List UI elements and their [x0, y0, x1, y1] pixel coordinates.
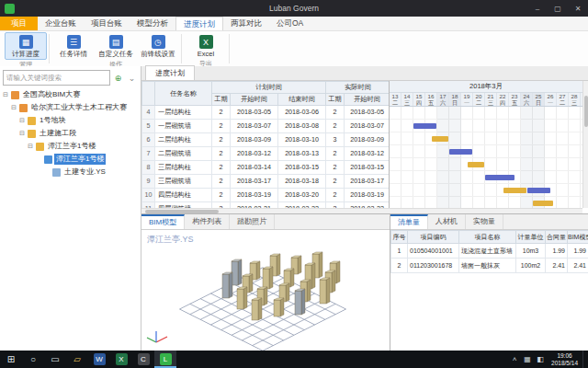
- tree-expander-icon[interactable]: ⊟: [2, 91, 9, 98]
- viewer-tab-1[interactable]: 构件列表: [185, 214, 230, 229]
- tree-item-label: 土建施工段: [38, 128, 78, 139]
- schedule-cell: 2018-03-08: [278, 120, 326, 133]
- bim-3d-viewport[interactable]: 潭江兰亭.YS: [141, 230, 390, 351]
- col-actual-time: 实际时间: [326, 82, 390, 94]
- gantt-bar-yellow[interactable]: [533, 201, 553, 206]
- ribbon-tab-5[interactable]: 两算对比: [223, 17, 269, 30]
- schedule-row-2[interactable]: 6二层结构柱22018-03-092018-03-1032018-03-09: [142, 133, 390, 147]
- col-task-name: 任务名称: [155, 82, 212, 106]
- quantities-row-0[interactable]: 1010504001001现浇混凝土直形墙10m31.991.99: [391, 244, 588, 259]
- file-explorer-icon[interactable]: ▱: [66, 351, 88, 368]
- filter-icon[interactable]: ⊕: [112, 72, 124, 84]
- tree-item-3[interactable]: ⊟土建施工段: [0, 127, 141, 140]
- ribbon-tab-0[interactable]: 项目: [0, 17, 38, 30]
- titlebar: Luban Govern – ▢ ✕: [0, 0, 588, 17]
- gantt-bar-blue[interactable]: [485, 175, 514, 180]
- quantities-tab-2[interactable]: 实物量: [466, 214, 503, 229]
- col-planned-duration: 工期: [212, 94, 231, 106]
- start-button[interactable]: ⊞: [0, 351, 22, 368]
- quantities-cell: 2.41: [546, 259, 568, 273]
- schedule-row-4[interactable]: 8三层结构柱22018-03-142018-03-1522018-03-15: [142, 161, 390, 175]
- gantt-weekend-shade: [437, 107, 449, 208]
- tree-expander-icon[interactable]: ⊟: [18, 117, 26, 124]
- schedule-row-3[interactable]: 7二层砌筑墙22018-03-122018-03-1322018-03-12: [142, 147, 390, 161]
- schedule-row-0[interactable]: 4一层结构柱22018-03-052018-03-0622018-03-05: [142, 106, 390, 120]
- maximize-button[interactable]: ▢: [548, 0, 568, 17]
- schedule-cell: 2: [212, 147, 231, 161]
- gantt-day-27: 27二: [557, 93, 569, 106]
- gantt-bar-yellow[interactable]: [432, 136, 449, 142]
- gantt-day-19: 19一: [461, 93, 473, 106]
- quantities-cell: 2.41: [568, 259, 588, 273]
- tree-item-1[interactable]: ⊟哈尔滨工业大学土木工程大赛: [0, 101, 141, 114]
- viewer-tab-0[interactable]: BIM模型: [141, 214, 185, 229]
- tree-item-0[interactable]: ⊟全国高校BIM大赛: [0, 88, 141, 101]
- ribbon-button-label: Excel: [198, 50, 214, 58]
- schedule-row-6[interactable]: 10四层结构柱22018-03-192018-03-2022018-03-19: [142, 189, 390, 202]
- quantities-cell: 现浇混凝土直形墙: [459, 244, 516, 259]
- search-input[interactable]: 请输入关键词搜索: [3, 70, 110, 86]
- schedule-cell: 2018-03-09: [231, 133, 278, 147]
- minimize-button[interactable]: –: [527, 0, 548, 17]
- word-app-icon[interactable]: W: [88, 351, 110, 368]
- quantities-cell: 10m3: [516, 244, 546, 259]
- ribbon-button-frontline[interactable]: ◷前锋线设置: [137, 32, 179, 60]
- schedule-row-5[interactable]: 9三层砌筑墙22018-03-172018-03-1822018-03-17: [142, 175, 390, 189]
- ribbon-tab-2[interactable]: 项目台账: [84, 17, 130, 30]
- bim-3d-canvas[interactable]: [141, 230, 390, 351]
- taskbar-clock[interactable]: 19:06 2018/5/14: [547, 352, 582, 367]
- quantities-panel: 清单量人材机实物量 序号项目编码项目名称计量单位合同量BIM模型量 101050…: [390, 213, 588, 351]
- task-view-button[interactable]: ▭: [44, 351, 66, 368]
- tree-expander-icon[interactable]: ⊟: [27, 143, 34, 150]
- cad-app-icon[interactable]: C: [132, 351, 154, 368]
- search-button[interactable]: ○: [22, 351, 44, 368]
- gantt-day-26: 26一: [545, 93, 557, 106]
- project-tree: ⊟全国高校BIM大赛⊟哈尔滨工业大学土木工程大赛⊟1号地块⊟土建施工段⊟潭江兰亭…: [0, 88, 141, 178]
- gantt-bar-yellow[interactable]: [468, 162, 485, 167]
- quantities-col-3: 计量单位: [516, 231, 546, 244]
- document-tab-schedule[interactable]: 进度计划: [145, 65, 195, 80]
- ribbon-tab-6[interactable]: 公司OA: [269, 17, 311, 30]
- quantities-tab-1[interactable]: 人材机: [428, 214, 466, 229]
- excel-app-icon[interactable]: X: [110, 351, 132, 368]
- quantities-row-1[interactable]: 2011203001678墙面一般抹灰100m22.412.41: [391, 259, 588, 273]
- vertical-scroll-thumb[interactable]: [584, 96, 588, 127]
- close-button[interactable]: ✕: [568, 0, 588, 17]
- tree-expander-icon[interactable]: ⊟: [10, 104, 17, 111]
- volume-icon[interactable]: ◧: [534, 355, 547, 363]
- tree-item-2[interactable]: ⊟1号地块: [0, 114, 141, 127]
- ribbon-button-excel[interactable]: XExcel: [185, 32, 227, 59]
- ribbon-tab-4[interactable]: 进度计划: [175, 17, 223, 30]
- schedule-cell: 8: [142, 161, 155, 175]
- gantt-bar-blue[interactable]: [527, 188, 550, 193]
- ribbon-button-task-detail[interactable]: ☰任务详情: [52, 32, 95, 60]
- collapse-tree-icon[interactable]: ⌄: [126, 72, 138, 84]
- luban-app-icon[interactable]: L: [154, 351, 176, 368]
- ribbon-button-calc-progress[interactable]: ▦计算进度: [5, 32, 47, 60]
- viewer-tab-2[interactable]: 踏勘照片: [230, 214, 275, 229]
- model-watermark: 潭江兰亭.YS: [147, 234, 194, 246]
- action-center-button[interactable]: [582, 351, 588, 368]
- tree-item-4[interactable]: ⊟潭江兰亭1号楼: [0, 140, 141, 153]
- ribbon-tab-3[interactable]: 模型分析: [130, 17, 175, 30]
- hidden-icons-chevron[interactable]: ˄: [508, 355, 521, 363]
- tree-expander-icon[interactable]: ⊟: [18, 130, 26, 137]
- schedule-cell: 2018-03-10: [278, 133, 326, 147]
- tree-item-5[interactable]: 潭江兰亭1号楼: [0, 153, 141, 166]
- gantt-bar-blue[interactable]: [413, 123, 436, 129]
- schedule-cell: 2018-03-15: [345, 161, 390, 175]
- network-icon[interactable]: ▦: [521, 355, 534, 363]
- schedule-cell: 4: [142, 106, 155, 120]
- gantt-chart[interactable]: 2018年3月 13二14三15四16五17六18日19一20二21三22四23…: [390, 81, 582, 208]
- ribbon-tab-1[interactable]: 企业台账: [38, 17, 84, 30]
- quantities-tab-0[interactable]: 清单量: [390, 214, 428, 229]
- schedule-row-1[interactable]: 5一层砌筑墙22018-03-072018-03-0822018-03-07: [142, 120, 390, 133]
- tree-item-6[interactable]: 土建专业.YS: [0, 166, 141, 178]
- schedule-cell: 2018-03-12: [345, 147, 390, 161]
- vertical-scrollbar[interactable]: [582, 81, 588, 208]
- gantt-day-22: 22四: [497, 93, 509, 106]
- gantt-bar-yellow[interactable]: [503, 188, 526, 193]
- ribbon-button-custom-task[interactable]: ▤自定义任务: [95, 32, 137, 60]
- ribbon-group: ▦计算进度管理: [2, 31, 50, 66]
- gantt-bar-blue[interactable]: [449, 149, 472, 155]
